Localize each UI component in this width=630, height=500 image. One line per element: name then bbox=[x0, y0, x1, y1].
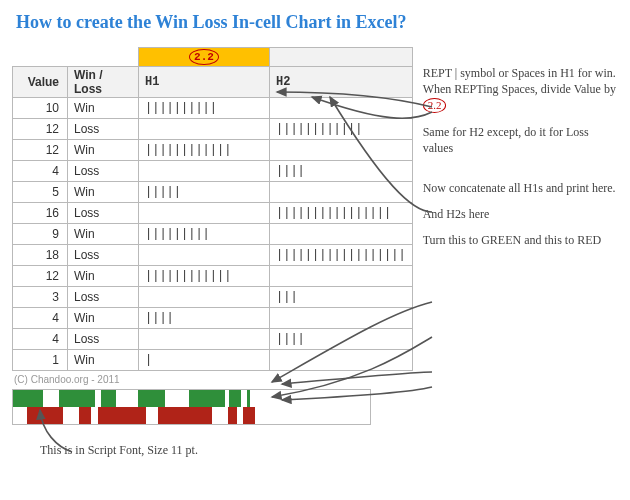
win-block bbox=[189, 390, 225, 407]
cell-value: 16 bbox=[13, 203, 68, 224]
table-row: 4Loss |||| bbox=[13, 329, 413, 350]
table-row: 4Loss |||| bbox=[13, 161, 413, 182]
cell-h1 bbox=[139, 245, 270, 266]
cell-winloss: Win bbox=[68, 140, 139, 161]
cell-h1: | bbox=[139, 350, 270, 371]
win-gap bbox=[165, 390, 190, 407]
win-gap bbox=[116, 390, 138, 407]
loss-block bbox=[158, 407, 212, 424]
table-header-row: Value Win / Loss H1 H2 bbox=[13, 67, 413, 98]
cell-h2 bbox=[270, 140, 413, 161]
cell-value: 4 bbox=[13, 329, 68, 350]
win-block bbox=[59, 390, 95, 407]
winloss-chart-loss-row bbox=[13, 407, 370, 424]
table-row: 5Win||||| bbox=[13, 182, 413, 203]
cell-h2: |||| bbox=[270, 329, 413, 350]
cell-h1 bbox=[139, 329, 270, 350]
loss-block bbox=[79, 407, 91, 424]
cell-h2: |||||||||||| bbox=[270, 119, 413, 140]
win-block bbox=[247, 390, 250, 407]
cell-value: 18 bbox=[13, 245, 68, 266]
cell-h1 bbox=[139, 287, 270, 308]
cell-value: 12 bbox=[13, 266, 68, 287]
cell-value: 12 bbox=[13, 140, 68, 161]
ratio-row: 2.2 bbox=[13, 48, 413, 67]
cell-h1 bbox=[139, 119, 270, 140]
cell-winloss: Loss bbox=[68, 119, 139, 140]
cell-winloss: Win bbox=[68, 98, 139, 119]
cell-h2: |||||||||||||||| bbox=[270, 203, 413, 224]
cell-winloss: Win bbox=[68, 182, 139, 203]
col-header-h2: H2 bbox=[270, 67, 413, 98]
loss-block bbox=[228, 407, 237, 424]
table-row: 12Loss |||||||||||| bbox=[13, 119, 413, 140]
annotation-text: REPT | symbol or Spaces in H1 for win. W… bbox=[423, 66, 616, 96]
win-block bbox=[101, 390, 116, 407]
table-row: 1Win| bbox=[13, 350, 413, 371]
win-block bbox=[229, 390, 241, 407]
win-block bbox=[138, 390, 165, 407]
cell-value: 3 bbox=[13, 287, 68, 308]
data-table-wrap: 2.2 Value Win / Loss H1 H2 10Win||||||||… bbox=[12, 47, 413, 458]
win-gap bbox=[43, 390, 59, 407]
cell-value: 9 bbox=[13, 224, 68, 245]
loss-gap bbox=[63, 407, 79, 424]
loss-block bbox=[98, 407, 146, 424]
table-row: 12Win|||||||||||| bbox=[13, 266, 413, 287]
cell-h2 bbox=[270, 308, 413, 329]
cell-h1: ||||||||| bbox=[139, 224, 270, 245]
table-row: 12Win|||||||||||| bbox=[13, 140, 413, 161]
loss-gap bbox=[255, 407, 256, 424]
cell-winloss: Win bbox=[68, 266, 139, 287]
script-font-note: This is in Script Font, Size 11 pt. bbox=[40, 443, 413, 458]
col-header-h1: H1 bbox=[139, 67, 270, 98]
cell-value: 10 bbox=[13, 98, 68, 119]
annotation-rept-h2: Same for H2 except, do it for Loss value… bbox=[423, 124, 618, 156]
data-table: 2.2 Value Win / Loss H1 H2 10Win||||||||… bbox=[12, 47, 413, 371]
cell-h1: |||||||||| bbox=[139, 98, 270, 119]
cell-winloss: Loss bbox=[68, 329, 139, 350]
annotation-concat-h2: And H2s here bbox=[423, 206, 618, 222]
cell-value: 4 bbox=[13, 161, 68, 182]
table-row: 9Win||||||||| bbox=[13, 224, 413, 245]
loss-gap bbox=[91, 407, 98, 424]
cell-h2 bbox=[270, 224, 413, 245]
table-row: 18Loss |||||||||||||||||| bbox=[13, 245, 413, 266]
table-row: 10Win|||||||||| bbox=[13, 98, 413, 119]
cell-value: 1 bbox=[13, 350, 68, 371]
col-header-winloss: Win / Loss bbox=[68, 67, 139, 98]
cell-h1: ||||| bbox=[139, 182, 270, 203]
winloss-chart bbox=[12, 389, 371, 425]
annotation-ratio-ref: 2.2 bbox=[423, 98, 447, 113]
cell-h2 bbox=[270, 182, 413, 203]
win-block bbox=[13, 390, 43, 407]
cell-h2: |||| bbox=[270, 161, 413, 182]
loss-gap bbox=[13, 407, 27, 424]
cell-h2 bbox=[270, 266, 413, 287]
annotation-concat-h1: Now concatenate all H1s and print here. bbox=[423, 180, 618, 196]
annotation-rept-h1: REPT | symbol or Spaces in H1 for win. W… bbox=[423, 65, 618, 114]
cell-h1: |||| bbox=[139, 308, 270, 329]
loss-gap bbox=[212, 407, 228, 424]
loss-gap bbox=[146, 407, 158, 424]
cell-h2: |||||||||||||||||| bbox=[270, 245, 413, 266]
cell-h1 bbox=[139, 203, 270, 224]
cell-winloss: Loss bbox=[68, 161, 139, 182]
col-header-value: Value bbox=[13, 67, 68, 98]
cell-h2 bbox=[270, 350, 413, 371]
table-body: 10Win|||||||||| 12Loss ||||||||||||12Win… bbox=[13, 98, 413, 371]
cell-h1 bbox=[139, 161, 270, 182]
cell-value: 4 bbox=[13, 308, 68, 329]
cell-winloss: Win bbox=[68, 350, 139, 371]
cell-h1: |||||||||||| bbox=[139, 266, 270, 287]
annotation-colors: Turn this to GREEN and this to RED bbox=[423, 232, 618, 248]
cell-value: 12 bbox=[13, 119, 68, 140]
cell-value: 5 bbox=[13, 182, 68, 203]
winloss-chart-win-row bbox=[13, 390, 370, 407]
copyright-text: (C) Chandoo.org - 2011 bbox=[14, 374, 413, 385]
ratio-cell: 2.2 bbox=[139, 48, 270, 67]
cell-h2 bbox=[270, 98, 413, 119]
loss-block bbox=[27, 407, 63, 424]
table-row: 3Loss ||| bbox=[13, 287, 413, 308]
cell-winloss: Loss bbox=[68, 203, 139, 224]
